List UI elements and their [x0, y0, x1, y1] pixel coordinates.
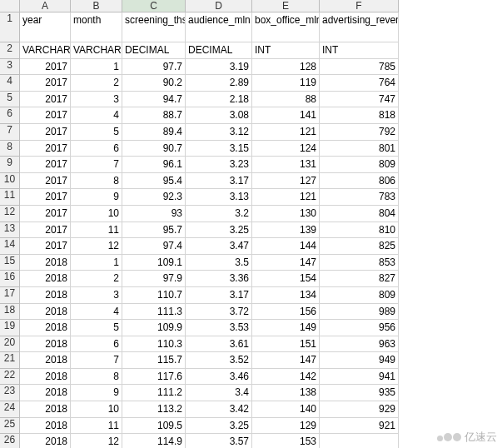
data-cell[interactable]: 3.13: [186, 189, 252, 206]
data-cell[interactable]: 8: [71, 369, 122, 386]
data-cell[interactable]: 88.7: [122, 107, 186, 124]
data-cell[interactable]: 130: [252, 206, 320, 222]
header-cell-A[interactable]: year: [20, 12, 71, 42]
data-cell[interactable]: 2018: [20, 369, 71, 386]
type-cell-F[interactable]: INT: [320, 42, 399, 59]
data-cell[interactable]: 94.7: [122, 92, 186, 108]
data-cell[interactable]: 7: [71, 157, 122, 173]
data-cell[interactable]: 117.6: [122, 369, 186, 386]
data-cell[interactable]: 3: [71, 92, 122, 108]
data-cell[interactable]: 109.1: [122, 255, 186, 271]
data-cell[interactable]: 90.2: [122, 75, 186, 92]
data-cell[interactable]: 6: [71, 141, 122, 157]
data-cell[interactable]: 792: [320, 124, 399, 141]
data-cell[interactable]: 2018: [20, 385, 71, 401]
data-cell[interactable]: 3.42: [186, 401, 252, 418]
header-cell-D[interactable]: audience_mln: [186, 12, 252, 42]
col-header-C[interactable]: C: [122, 0, 186, 12]
data-cell[interactable]: 2017: [20, 189, 71, 206]
row-header-24[interactable]: 24: [0, 401, 20, 418]
row-header-4[interactable]: 4: [0, 75, 20, 92]
data-cell[interactable]: 2018: [20, 352, 71, 369]
data-cell[interactable]: 949: [320, 352, 399, 369]
data-cell[interactable]: 827: [320, 271, 399, 287]
data-cell[interactable]: 90.7: [122, 141, 186, 157]
data-cell[interactable]: 3.19: [186, 59, 252, 76]
data-cell[interactable]: 2018: [20, 320, 71, 336]
data-cell[interactable]: 115.7: [122, 352, 186, 369]
data-cell[interactable]: 806: [320, 173, 399, 190]
row-header-26[interactable]: 26: [0, 434, 20, 448]
header-cell-C[interactable]: screening_ths: [122, 12, 186, 42]
data-cell[interactable]: 9: [71, 189, 122, 206]
data-cell[interactable]: 825: [320, 238, 399, 255]
type-cell-B[interactable]: VARCHAR: [71, 42, 122, 59]
data-cell[interactable]: 119: [252, 75, 320, 92]
data-cell[interactable]: 7: [71, 352, 122, 369]
data-cell[interactable]: 114.9: [122, 434, 186, 448]
data-cell[interactable]: 2018: [20, 434, 71, 448]
data-cell[interactable]: 89.4: [122, 124, 186, 141]
data-cell[interactable]: 3.15: [186, 141, 252, 157]
data-cell[interactable]: 151: [252, 336, 320, 353]
data-cell[interactable]: 2017: [20, 173, 71, 190]
data-cell[interactable]: 97.4: [122, 238, 186, 255]
data-cell[interactable]: 124: [252, 141, 320, 157]
data-cell[interactable]: 2017: [20, 238, 71, 255]
data-cell[interactable]: 804: [320, 206, 399, 222]
data-cell[interactable]: [320, 434, 399, 448]
data-cell[interactable]: 3.47: [186, 238, 252, 255]
data-cell[interactable]: 147: [252, 352, 320, 369]
data-cell[interactable]: 134: [252, 287, 320, 304]
data-cell[interactable]: 4: [71, 304, 122, 321]
row-header-5[interactable]: 5: [0, 92, 20, 108]
col-header-E[interactable]: E: [252, 0, 320, 12]
data-cell[interactable]: 853: [320, 255, 399, 271]
data-cell[interactable]: 95.4: [122, 173, 186, 190]
data-cell[interactable]: 2017: [20, 92, 71, 108]
data-cell[interactable]: 141: [252, 107, 320, 124]
row-header-22[interactable]: 22: [0, 369, 20, 386]
data-cell[interactable]: 3.5: [186, 255, 252, 271]
data-cell[interactable]: 97.7: [122, 59, 186, 76]
data-cell[interactable]: 2018: [20, 271, 71, 287]
data-cell[interactable]: 2017: [20, 222, 71, 239]
data-cell[interactable]: 110.7: [122, 287, 186, 304]
data-cell[interactable]: 3.25: [186, 222, 252, 239]
data-cell[interactable]: 989: [320, 304, 399, 321]
data-cell[interactable]: 2018: [20, 304, 71, 321]
data-cell[interactable]: 3.36: [186, 271, 252, 287]
data-cell[interactable]: 2017: [20, 157, 71, 173]
data-cell[interactable]: 3.53: [186, 320, 252, 336]
row-header-23[interactable]: 23: [0, 385, 20, 401]
type-cell-E[interactable]: INT: [252, 42, 320, 59]
data-cell[interactable]: 3.46: [186, 369, 252, 386]
data-cell[interactable]: 92.3: [122, 189, 186, 206]
data-cell[interactable]: 127: [252, 173, 320, 190]
data-cell[interactable]: 95.7: [122, 222, 186, 239]
data-cell[interactable]: 10: [71, 206, 122, 222]
data-cell[interactable]: 3.2: [186, 206, 252, 222]
row-header-15[interactable]: 15: [0, 255, 20, 271]
row-header-21[interactable]: 21: [0, 352, 20, 369]
data-cell[interactable]: 149: [252, 320, 320, 336]
data-cell[interactable]: 956: [320, 320, 399, 336]
data-cell[interactable]: 2017: [20, 75, 71, 92]
data-cell[interactable]: 3.25: [186, 418, 252, 435]
data-cell[interactable]: 139: [252, 222, 320, 239]
data-cell[interactable]: 2: [71, 271, 122, 287]
data-cell[interactable]: 156: [252, 304, 320, 321]
data-cell[interactable]: 110.3: [122, 336, 186, 353]
data-cell[interactable]: 5: [71, 320, 122, 336]
data-cell[interactable]: 2018: [20, 418, 71, 435]
data-cell[interactable]: 144: [252, 238, 320, 255]
data-cell[interactable]: 10: [71, 401, 122, 418]
data-cell[interactable]: 8: [71, 173, 122, 190]
data-cell[interactable]: 3.12: [186, 124, 252, 141]
type-cell-A[interactable]: VARCHAR: [20, 42, 71, 59]
data-cell[interactable]: 921: [320, 418, 399, 435]
data-cell[interactable]: 3.52: [186, 352, 252, 369]
data-cell[interactable]: 5: [71, 124, 122, 141]
data-cell[interactable]: 2018: [20, 336, 71, 353]
data-cell[interactable]: 9: [71, 385, 122, 401]
